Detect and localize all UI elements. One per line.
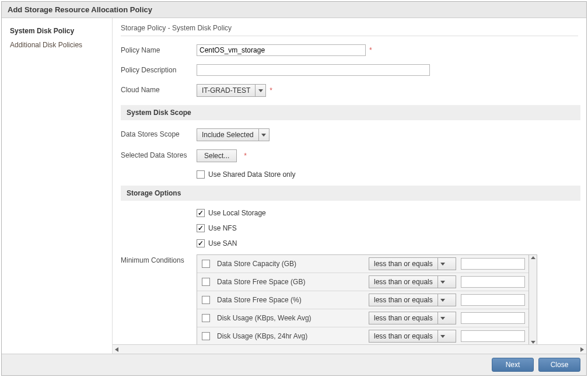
use-nfs-label: Use NFS [208,224,237,232]
condition-checkbox[interactable] [202,296,210,304]
condition-operator-value: less than or equals [369,312,438,324]
row-policy-description: Policy Description [121,64,580,76]
condition-checkbox[interactable] [202,332,210,340]
cloud-name-value: IT-GRAD-TEST [197,85,255,96]
condition-operator-value: less than or equals [369,276,438,288]
condition-label: Disk Usage (KBps, 24hr Avg) [217,332,364,340]
use-san-checkbox[interactable] [197,239,205,247]
condition-operator-select[interactable]: less than or equals [369,294,456,306]
row-data-stores-scope: Data Stores Scope Include Selected [121,128,580,141]
scroll-up-icon [531,256,536,259]
dropdown-button[interactable] [438,312,448,324]
shared-only-label: Use Shared Data Store only [208,170,295,179]
chevron-down-icon [440,335,445,338]
sidebar-item-system-disk-policy[interactable]: System Disk Policy [2,24,112,38]
select-data-stores-button[interactable]: Select... [197,149,237,162]
dropdown-button[interactable] [438,276,448,288]
dialog: Add Storage Resource Allocation Policy S… [1,1,587,376]
condition-checkbox[interactable] [202,314,210,322]
row-shared-only: Use Shared Data Store only [197,170,580,179]
condition-value-input[interactable] [461,312,525,324]
condition-row: Data Store Free Space (GB) less than or … [197,273,528,291]
label-data-stores-scope: Data Stores Scope [121,128,197,138]
row-use-local-storage: Use Local Storage [197,209,580,217]
close-button[interactable]: Close [538,358,580,372]
condition-row: Disk Usage (KBps, 24hr Avg) less than or… [197,327,528,344]
breadcrumb: Storage Policy - System Disk Policy [113,18,586,36]
condition-operator-select[interactable]: less than or equals [369,312,456,324]
sidebar-item-label: Additional Disk Policies [10,41,82,49]
dropdown-button[interactable] [438,330,448,342]
chevron-down-icon [440,281,445,284]
row-use-nfs: Use NFS [197,224,580,232]
chevron-down-icon [440,299,445,302]
condition-value-input[interactable] [461,276,525,288]
condition-operator-select[interactable]: less than or equals [369,257,456,270]
sidebar-item-label: System Disk Policy [10,27,74,35]
condition-operator-select[interactable]: less than or equals [369,330,456,343]
data-stores-scope-value: Include Selected [197,129,258,141]
row-minimum-conditions: Minimum Conditions Data Store Capacity (… [121,254,580,344]
scroll-right-icon [580,347,584,352]
dropdown-button[interactable] [255,85,265,96]
cloud-name-select[interactable]: IT-GRAD-TEST [197,84,266,97]
required-indicator: * [270,86,272,95]
condition-operator-value: less than or equals [369,294,438,306]
data-stores-scope-select[interactable]: Include Selected [197,128,270,141]
label-selected-data-stores: Selected Data Stores [121,149,197,159]
condition-value-input[interactable] [461,330,525,342]
condition-value-input[interactable] [461,258,525,270]
condition-label: Data Store Free Space (%) [217,296,364,304]
condition-checkbox[interactable] [202,278,210,286]
condition-operator-value: less than or equals [369,330,438,342]
use-san-label: Use SAN [208,239,237,247]
policy-description-input[interactable] [197,64,430,76]
use-nfs-checkbox[interactable] [197,224,205,232]
horizontal-scrollbar[interactable] [113,344,586,354]
use-local-storage-label: Use Local Storage [208,209,266,217]
dropdown-button[interactable] [258,129,269,141]
required-indicator: * [369,46,372,54]
label-policy-name: Policy Name [121,44,197,54]
dropdown-button[interactable] [438,258,448,270]
chevron-down-icon [258,89,263,92]
sidebar-item-additional-disk-policies[interactable]: Additional Disk Policies [2,38,112,52]
section-header-options: Storage Options [121,186,580,201]
dialog-title: Add Storage Resource Allocation Policy [2,2,586,18]
condition-row: Data Store Capacity (GB) less than or eq… [197,255,528,273]
row-policy-name: Policy Name * [121,44,580,56]
condition-checkbox[interactable] [202,260,210,268]
condition-label: Disk Usage (KBps, Week Avg) [217,314,364,322]
shared-only-checkbox[interactable] [197,170,205,179]
use-local-storage-checkbox[interactable] [197,209,205,217]
dialog-footer: Next Close [2,354,586,375]
label-policy-description: Policy Description [121,64,197,74]
dropdown-button[interactable] [438,294,448,306]
required-indicator: * [244,152,247,160]
condition-operator-select[interactable]: less than or equals [369,275,456,288]
condition-label: Data Store Free Space (GB) [217,278,364,286]
chevron-down-icon [261,134,266,137]
policy-name-input[interactable] [197,44,366,56]
row-selected-data-stores: Selected Data Stores Select... * [121,149,580,162]
conditions-table: Data Store Capacity (GB) less than or eq… [197,254,529,344]
chevron-down-icon [440,317,445,320]
scroll-left-icon [115,347,118,352]
main-scroll-area[interactable]: Policy Name * Policy Description Cloud N… [113,36,586,344]
chevron-down-icon [440,263,445,266]
scroll-down-icon [531,341,536,344]
row-cloud-name: Cloud Name IT-GRAD-TEST * [121,84,580,97]
dialog-body: System Disk Policy Additional Disk Polic… [2,18,586,354]
label-cloud-name: Cloud Name [121,84,197,94]
condition-row: Data Store Free Space (%) less than or e… [197,291,528,309]
condition-operator-value: less than or equals [369,258,438,270]
sidebar: System Disk Policy Additional Disk Polic… [2,18,113,354]
row-use-san: Use SAN [197,239,580,247]
label-minimum-conditions: Minimum Conditions [121,254,197,264]
main: Storage Policy - System Disk Policy Poli… [113,18,586,354]
next-button[interactable]: Next [492,358,534,372]
section-header-scope: System Disk Scope [121,105,580,120]
condition-value-input[interactable] [461,294,525,306]
condition-row: Disk Usage (KBps, Week Avg) less than or… [197,309,528,327]
conditions-scrollbar[interactable] [529,254,537,344]
